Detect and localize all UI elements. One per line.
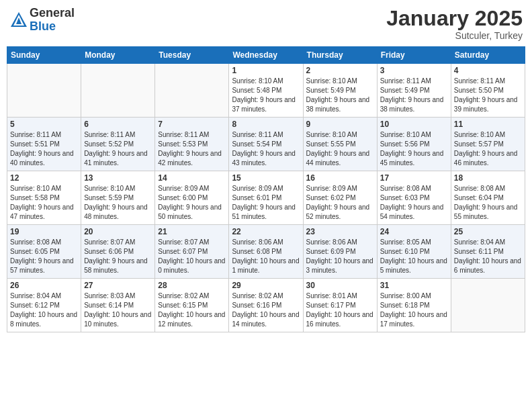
calendar-cell: 9Sunrise: 8:10 AM Sunset: 5:55 PM Daylig…	[303, 118, 377, 171]
day-info: Sunrise: 8:00 AM Sunset: 6:18 PM Dayligh…	[380, 291, 448, 329]
location-subtitle: Sutculer, Turkey	[386, 30, 523, 41]
calendar-cell: 1Sunrise: 8:10 AM Sunset: 5:48 PM Daylig…	[229, 64, 303, 118]
calendar-cell: 7Sunrise: 8:11 AM Sunset: 5:53 PM Daylig…	[155, 118, 229, 171]
day-info: Sunrise: 8:08 AM Sunset: 6:05 PM Dayligh…	[10, 238, 78, 275]
calendar-cell: 26Sunrise: 8:04 AM Sunset: 6:12 PM Dayli…	[7, 279, 81, 332]
calendar-cell: 28Sunrise: 8:02 AM Sunset: 6:15 PM Dayli…	[155, 279, 229, 332]
calendar-cell: 10Sunrise: 8:10 AM Sunset: 5:56 PM Dayli…	[377, 118, 451, 171]
day-info: Sunrise: 8:10 AM Sunset: 5:57 PM Dayligh…	[454, 130, 522, 168]
calendar-week-row: 5Sunrise: 8:11 AM Sunset: 5:51 PM Daylig…	[7, 118, 525, 171]
calendar-cell: 13Sunrise: 8:10 AM Sunset: 5:59 PM Dayli…	[81, 171, 155, 225]
day-info: Sunrise: 8:11 AM Sunset: 5:52 PM Dayligh…	[84, 130, 152, 168]
day-number: 31	[380, 281, 448, 290]
day-number: 23	[306, 227, 374, 236]
day-info: Sunrise: 8:08 AM Sunset: 6:03 PM Dayligh…	[380, 184, 448, 222]
calendar-cell: 12Sunrise: 8:10 AM Sunset: 5:58 PM Dayli…	[7, 171, 81, 225]
day-number: 8	[232, 120, 300, 129]
day-info: Sunrise: 8:04 AM Sunset: 6:11 PM Dayligh…	[454, 238, 522, 275]
calendar-cell: 19Sunrise: 8:08 AM Sunset: 6:05 PM Dayli…	[7, 225, 81, 279]
page-header: General Blue January 2025 Sutculer, Turk…	[7, 7, 525, 41]
calendar-week-row: 19Sunrise: 8:08 AM Sunset: 6:05 PM Dayli…	[7, 225, 525, 279]
day-number: 29	[232, 281, 300, 290]
day-info: Sunrise: 8:06 AM Sunset: 6:08 PM Dayligh…	[232, 238, 300, 275]
day-number: 10	[380, 120, 448, 129]
title-block: January 2025 Sutculer, Turkey	[386, 7, 523, 41]
day-info: Sunrise: 8:11 AM Sunset: 5:50 PM Dayligh…	[454, 77, 522, 114]
day-info: Sunrise: 8:03 AM Sunset: 6:14 PM Dayligh…	[84, 291, 152, 329]
calendar-week-row: 1Sunrise: 8:10 AM Sunset: 5:48 PM Daylig…	[7, 64, 525, 118]
day-info: Sunrise: 8:11 AM Sunset: 5:49 PM Dayligh…	[380, 77, 448, 114]
day-info: Sunrise: 8:09 AM Sunset: 6:02 PM Dayligh…	[306, 184, 374, 222]
calendar-cell	[7, 64, 81, 118]
calendar-cell: 15Sunrise: 8:09 AM Sunset: 6:01 PM Dayli…	[229, 171, 303, 225]
weekday-header-saturday: Saturday	[451, 47, 525, 64]
day-number: 26	[10, 281, 78, 290]
day-info: Sunrise: 8:01 AM Sunset: 6:17 PM Dayligh…	[306, 291, 374, 329]
weekday-header-wednesday: Wednesday	[229, 47, 303, 64]
logo-icon	[9, 11, 28, 30]
day-info: Sunrise: 8:07 AM Sunset: 6:07 PM Dayligh…	[158, 238, 226, 275]
day-number: 13	[84, 173, 152, 183]
day-number: 11	[454, 120, 522, 129]
day-number: 27	[84, 281, 152, 290]
day-info: Sunrise: 8:06 AM Sunset: 6:09 PM Dayligh…	[306, 238, 374, 275]
day-number: 20	[84, 227, 152, 236]
calendar-cell: 18Sunrise: 8:08 AM Sunset: 6:04 PM Dayli…	[451, 171, 525, 225]
day-info: Sunrise: 8:02 AM Sunset: 6:15 PM Dayligh…	[158, 291, 226, 329]
day-info: Sunrise: 8:07 AM Sunset: 6:06 PM Dayligh…	[84, 238, 152, 275]
calendar-cell: 24Sunrise: 8:05 AM Sunset: 6:10 PM Dayli…	[377, 225, 451, 279]
day-info: Sunrise: 8:10 AM Sunset: 5:55 PM Dayligh…	[306, 130, 374, 168]
calendar-cell	[155, 64, 229, 118]
weekday-header-monday: Monday	[81, 47, 155, 64]
calendar-cell: 14Sunrise: 8:09 AM Sunset: 6:00 PM Dayli…	[155, 171, 229, 225]
day-info: Sunrise: 8:10 AM Sunset: 5:59 PM Dayligh…	[84, 184, 152, 222]
day-number: 21	[158, 227, 226, 236]
day-info: Sunrise: 8:11 AM Sunset: 5:54 PM Dayligh…	[232, 130, 300, 168]
day-info: Sunrise: 8:09 AM Sunset: 6:01 PM Dayligh…	[232, 184, 300, 222]
logo-general-text: General	[30, 7, 75, 20]
calendar-cell: 8Sunrise: 8:11 AM Sunset: 5:54 PM Daylig…	[229, 118, 303, 171]
day-number: 25	[454, 227, 522, 236]
calendar-cell: 4Sunrise: 8:11 AM Sunset: 5:50 PM Daylig…	[451, 64, 525, 118]
calendar-cell	[81, 64, 155, 118]
weekday-header-tuesday: Tuesday	[155, 47, 229, 64]
calendar-cell: 16Sunrise: 8:09 AM Sunset: 6:02 PM Dayli…	[303, 171, 377, 225]
day-number: 5	[10, 120, 78, 129]
day-number: 24	[380, 227, 448, 236]
calendar-cell	[451, 279, 525, 332]
calendar-cell: 17Sunrise: 8:08 AM Sunset: 6:03 PM Dayli…	[377, 171, 451, 225]
day-number: 12	[10, 173, 78, 183]
calendar-cell: 25Sunrise: 8:04 AM Sunset: 6:11 PM Dayli…	[451, 225, 525, 279]
day-info: Sunrise: 8:04 AM Sunset: 6:12 PM Dayligh…	[10, 291, 78, 329]
calendar-cell: 5Sunrise: 8:11 AM Sunset: 5:51 PM Daylig…	[7, 118, 81, 171]
weekday-header-thursday: Thursday	[303, 47, 377, 64]
day-number: 2	[306, 66, 374, 75]
calendar-table: SundayMondayTuesdayWednesdayThursdayFrid…	[7, 46, 525, 332]
calendar-cell: 29Sunrise: 8:02 AM Sunset: 6:16 PM Dayli…	[229, 279, 303, 332]
day-number: 3	[380, 66, 448, 75]
day-number: 30	[306, 281, 374, 290]
day-number: 16	[306, 173, 374, 183]
calendar-cell: 21Sunrise: 8:07 AM Sunset: 6:07 PM Dayli…	[155, 225, 229, 279]
weekday-header-row: SundayMondayTuesdayWednesdayThursdayFrid…	[7, 47, 525, 64]
calendar-cell: 22Sunrise: 8:06 AM Sunset: 6:08 PM Dayli…	[229, 225, 303, 279]
calendar-week-row: 12Sunrise: 8:10 AM Sunset: 5:58 PM Dayli…	[7, 171, 525, 225]
calendar-cell: 20Sunrise: 8:07 AM Sunset: 6:06 PM Dayli…	[81, 225, 155, 279]
logo-blue-text: Blue	[30, 20, 75, 34]
day-info: Sunrise: 8:11 AM Sunset: 5:53 PM Dayligh…	[158, 130, 226, 168]
calendar-cell: 27Sunrise: 8:03 AM Sunset: 6:14 PM Dayli…	[81, 279, 155, 332]
day-info: Sunrise: 8:10 AM Sunset: 5:49 PM Dayligh…	[306, 77, 374, 114]
day-info: Sunrise: 8:11 AM Sunset: 5:51 PM Dayligh…	[10, 130, 78, 168]
day-number: 19	[10, 227, 78, 236]
day-number: 7	[158, 120, 226, 129]
day-number: 15	[232, 173, 300, 183]
calendar-cell: 3Sunrise: 8:11 AM Sunset: 5:49 PM Daylig…	[377, 64, 451, 118]
weekday-header-sunday: Sunday	[7, 47, 81, 64]
day-number: 22	[232, 227, 300, 236]
calendar-cell: 6Sunrise: 8:11 AM Sunset: 5:52 PM Daylig…	[81, 118, 155, 171]
day-info: Sunrise: 8:09 AM Sunset: 6:00 PM Dayligh…	[158, 184, 226, 222]
day-info: Sunrise: 8:10 AM Sunset: 5:56 PM Dayligh…	[380, 130, 448, 168]
logo: General Blue	[9, 7, 75, 34]
day-number: 28	[158, 281, 226, 290]
day-number: 6	[84, 120, 152, 129]
